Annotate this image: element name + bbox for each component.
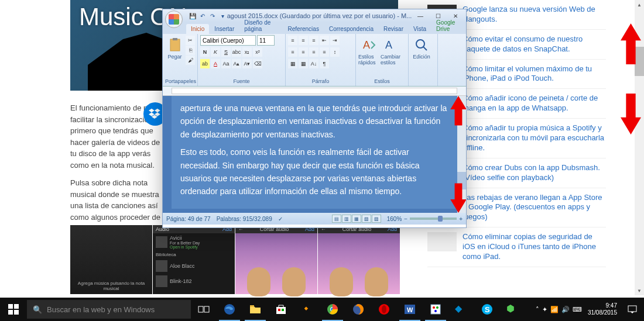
clear-format-button[interactable]: ⌫ xyxy=(253,59,262,68)
thumbnail-1[interactable]: Agrega música pulsando la nota musical xyxy=(70,225,152,294)
sidebar-item[interactable]: Cómo eliminar copias de seguridad de iOS… xyxy=(427,227,606,267)
sidebar-link[interactable]: Cómo evitar el consumo de nuestro paquet… xyxy=(463,34,606,54)
start-button[interactable] xyxy=(0,298,27,321)
scroll-down-icon[interactable]: ▼ xyxy=(635,286,644,295)
titlebar[interactable]: 💾 ↶ ↷ ▾ agoust 2015.docx (Guardado por ú… xyxy=(163,9,466,22)
tab-google-drive[interactable]: Google Drive xyxy=(431,18,466,34)
language-icon[interactable]: ⌨ xyxy=(573,306,582,313)
font-size-combo[interactable]: 11 xyxy=(257,35,275,46)
wifi-icon[interactable]: 📶 xyxy=(550,306,559,313)
page-indicator[interactable]: Página: 49 de 77 xyxy=(166,216,211,222)
tab-insertar[interactable]: Insertar xyxy=(210,24,239,34)
file-explorer-icon[interactable] xyxy=(242,298,268,321)
borders-button[interactable]: ▦ xyxy=(299,59,308,68)
edge-icon[interactable] xyxy=(217,298,242,321)
align-right-button[interactable]: ≡ xyxy=(309,47,318,57)
shading-button[interactable]: ▦ xyxy=(288,59,297,68)
superscript-button[interactable]: x² xyxy=(253,47,262,57)
sidebar-link[interactable]: Cómo añadir tu propia música a Spotify y… xyxy=(463,123,606,153)
full-screen-view-icon[interactable]: ▥ xyxy=(342,215,351,223)
word-icon[interactable]: W xyxy=(397,298,423,321)
thumbnail-4[interactable]: ←Cortar audioAdd xyxy=(318,225,400,294)
horizontal-ruler[interactable] xyxy=(163,87,466,96)
office-button[interactable] xyxy=(165,11,183,28)
sidebar-link[interactable]: Cómo añadir icono de peineta / corte de … xyxy=(463,94,606,113)
edicion-button[interactable]: Edición xyxy=(411,35,432,60)
paint-icon[interactable] xyxy=(423,298,448,321)
justify-button[interactable]: ≡ xyxy=(320,47,329,57)
scroll-up-icon[interactable]: ▲ xyxy=(635,0,644,9)
document-area[interactable]: apertura de una nueva ventana en la que … xyxy=(163,96,466,213)
bullets-button[interactable]: ≡ xyxy=(288,36,297,45)
line-spacing-button[interactable]: ↕ xyxy=(330,47,340,57)
doc-paragraph[interactable]: apertura de una nueva ventana en la que … xyxy=(180,102,448,141)
skype-icon[interactable]: S xyxy=(474,298,500,321)
indent-right-button[interactable]: ⇥ xyxy=(330,36,340,45)
store-icon[interactable] xyxy=(268,298,294,321)
task-view-button[interactable] xyxy=(191,298,217,321)
zoom-out-button[interactable]: − xyxy=(404,216,407,222)
tab-revisar[interactable]: Revisar xyxy=(379,24,408,34)
copy-icon[interactable]: ⎘ xyxy=(186,46,195,55)
numbering-button[interactable]: ≡ xyxy=(299,36,308,45)
align-left-button[interactable]: ≡ xyxy=(288,47,297,57)
shrink-font-button[interactable]: A▾ xyxy=(242,59,252,68)
qat-more-icon[interactable]: ▾ xyxy=(218,12,227,20)
sidebar-link[interactable]: Las rebajas de verano llegan a App Store… xyxy=(463,193,606,223)
volume-icon[interactable]: 🔊 xyxy=(561,306,570,313)
sort-button[interactable]: A↓ xyxy=(309,59,318,68)
web-layout-view-icon[interactable]: ▦ xyxy=(352,215,361,223)
app-1-icon[interactable]: 🔸 xyxy=(294,298,320,321)
zoom-slider[interactable] xyxy=(410,218,457,220)
multilevel-button[interactable]: ≡ xyxy=(309,36,318,45)
firefox-icon[interactable] xyxy=(345,298,371,321)
spell-check-icon[interactable]: ✓ xyxy=(278,216,283,222)
tray-chevron-icon[interactable]: ˄ xyxy=(536,306,539,313)
zoom-level[interactable]: 160% xyxy=(387,216,402,222)
format-painter-icon[interactable]: 🖌 xyxy=(186,56,195,65)
search-input[interactable]: 🔍 Buscar en la web y en Windows xyxy=(27,300,191,319)
chrome-icon[interactable] xyxy=(320,298,345,321)
indent-left-button[interactable]: ⇤ xyxy=(320,36,329,45)
print-layout-view-icon[interactable]: ▤ xyxy=(332,215,341,223)
italic-button[interactable]: K xyxy=(211,47,220,57)
sidebar-link[interactable]: Cómo limitar el volumen máximo de tu iPh… xyxy=(463,64,606,84)
undo-icon[interactable]: ↶ xyxy=(198,12,207,20)
outline-view-icon[interactable]: ▧ xyxy=(362,215,371,223)
sidebar-link[interactable]: Cómo crear Dubs con la app Dubsmash. (Ví… xyxy=(463,163,606,183)
tab-vista[interactable]: Vista xyxy=(409,24,431,34)
font-color-button[interactable]: A xyxy=(211,59,220,68)
highlight-button[interactable]: ab xyxy=(200,59,210,68)
tab-referencias[interactable]: Referencias xyxy=(283,24,324,34)
clock[interactable]: 9:47 31/08/2015 xyxy=(588,302,617,316)
thumbnail-3[interactable]: ←Cortar audioAdd xyxy=(235,225,317,294)
show-marks-button[interactable]: ¶ xyxy=(320,59,329,68)
grow-font-button[interactable]: A▴ xyxy=(232,59,241,68)
app-3-icon[interactable]: ⬢ xyxy=(500,298,526,321)
tab-correspondencia[interactable]: Correspondencia xyxy=(324,24,378,34)
subscript-button[interactable]: x₂ xyxy=(242,47,252,57)
word-count[interactable]: Palabras: 915/32.089 xyxy=(217,216,272,222)
doc-paragraph[interactable]: Esto es todo, como veis la función es re… xyxy=(180,146,448,198)
cambiar-estilos-button[interactable]: A Cambiar estilos xyxy=(381,35,402,65)
draft-view-icon[interactable]: ▨ xyxy=(372,215,381,223)
action-center-icon[interactable] xyxy=(623,300,642,319)
opera-icon[interactable] xyxy=(371,298,397,321)
document-page[interactable]: apertura de una nueva ventana en la que … xyxy=(172,96,457,209)
app-2-icon[interactable]: ◆ xyxy=(448,298,474,321)
minimize-button[interactable]: — xyxy=(412,11,429,21)
estilos-rapidos-button[interactable]: A Estilos rápidos xyxy=(358,35,379,65)
font-name-combo[interactable]: Calibri (Cuerpo) xyxy=(200,35,256,46)
tray-app-icon[interactable]: ✦ xyxy=(542,306,547,313)
pegar-button[interactable]: Pegar xyxy=(165,35,184,60)
sidebar-link[interactable]: Cómo eliminar copias de seguridad de iOS… xyxy=(463,232,606,262)
thumbnail-2[interactable]: AudioAdd AviciiFor a Better DayOpen in S… xyxy=(153,225,235,294)
change-case-button[interactable]: Aa xyxy=(221,59,231,68)
strike-button[interactable]: abc xyxy=(232,47,241,57)
align-center-button[interactable]: ≡ xyxy=(299,47,308,57)
underline-button[interactable]: S xyxy=(221,47,231,57)
save-icon[interactable]: 💾 xyxy=(189,12,197,20)
zoom-in-button[interactable]: + xyxy=(459,216,463,222)
tab-diseno[interactable]: Diseño de página xyxy=(239,18,282,34)
redo-icon[interactable]: ↷ xyxy=(208,12,217,20)
